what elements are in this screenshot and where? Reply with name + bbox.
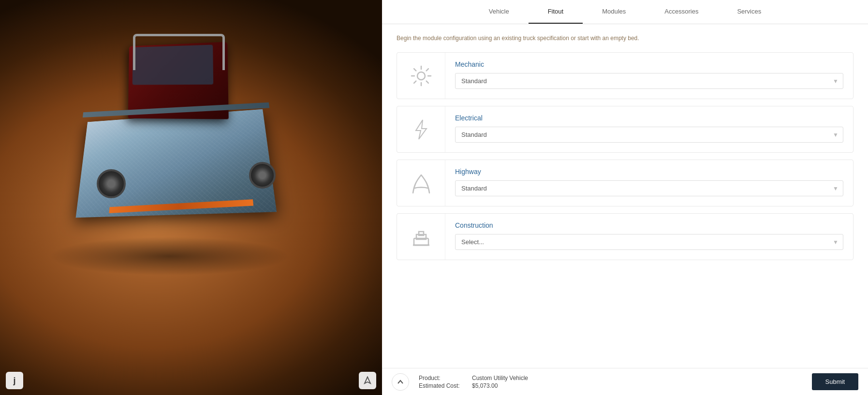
electrical-details: Electrical Standard Premium None ▼	[445, 106, 853, 152]
electrical-card: Electrical Standard Premium None ▼	[397, 106, 853, 153]
highway-select-wrapper: Standard Premium None ▼	[455, 180, 843, 196]
construction-icon	[408, 223, 434, 250]
construction-icon-wrap	[397, 214, 445, 260]
highway-icon	[408, 170, 434, 196]
brand-icon[interactable]: j	[6, 372, 23, 389]
product-value: Custom Utility Vehicle	[472, 375, 528, 381]
bottom-bar: Product: Custom Utility Vehicle Estimate…	[382, 368, 868, 395]
submit-button[interactable]: Submit	[812, 373, 858, 390]
nav-tabs: Vehicle Fitout Modules Accessories Servi…	[382, 0, 868, 24]
wheel-right	[249, 162, 276, 189]
construction-card: Construction Select... Standard Premium …	[397, 213, 853, 260]
mechanic-icon-wrap	[397, 53, 445, 99]
construction-name: Construction	[455, 221, 843, 229]
svg-point-0	[417, 72, 425, 80]
highway-name: Highway	[455, 168, 843, 176]
svg-rect-4	[419, 232, 424, 235]
mechanic-name: Mechanic	[455, 60, 843, 68]
product-row: Product: Custom Utility Vehicle	[419, 375, 528, 381]
mechanic-card: Mechanic Standard Premium None ▼	[397, 52, 853, 99]
tab-services[interactable]: Services	[718, 0, 780, 24]
navigate-icon[interactable]	[359, 372, 376, 389]
right-panel: Vehicle Fitout Modules Accessories Servi…	[382, 0, 868, 395]
scroll-up-button[interactable]	[392, 373, 409, 391]
cost-value: $5,073.00	[472, 382, 498, 389]
construction-details: Construction Select... Standard Premium …	[445, 214, 853, 260]
electrical-icon	[408, 116, 434, 143]
arrow-icon	[363, 376, 372, 385]
chevron-up-icon	[397, 379, 404, 385]
cost-label: Estimated Cost:	[419, 382, 472, 389]
tab-vehicle[interactable]: Vehicle	[470, 0, 529, 24]
cost-row: Estimated Cost: $5,073.00	[419, 382, 528, 389]
vehicle-preview-panel: j	[0, 0, 382, 395]
construction-select[interactable]: Select... Standard Premium None	[455, 234, 843, 250]
electrical-icon-wrap	[397, 106, 445, 152]
product-label: Product:	[419, 375, 472, 381]
wheel-left	[97, 169, 126, 198]
truck-shadow	[48, 237, 290, 276]
electrical-name: Electrical	[455, 114, 843, 122]
svg-marker-1	[416, 120, 427, 139]
mechanic-select-wrapper: Standard Premium None ▼	[455, 73, 843, 89]
construction-select-wrapper: Select... Standard Premium None ▼	[455, 234, 843, 250]
highway-icon-wrap	[397, 160, 445, 206]
mechanic-details: Mechanic Standard Premium None ▼	[445, 53, 853, 99]
tab-fitout[interactable]: Fitout	[529, 0, 583, 24]
product-info: Product: Custom Utility Vehicle Estimate…	[419, 375, 528, 389]
truck-visualization	[87, 29, 290, 213]
tab-modules[interactable]: Modules	[583, 0, 645, 24]
content-area: Begin the module configuration using an …	[382, 24, 868, 368]
highway-select[interactable]: Standard Premium None	[455, 180, 843, 196]
tab-accessories[interactable]: Accessories	[645, 0, 718, 24]
description-text: Begin the module configuration using an …	[397, 34, 853, 43]
mechanic-select[interactable]: Standard Premium None	[455, 73, 843, 89]
mechanic-icon	[408, 62, 434, 89]
highway-card: Highway Standard Premium None ▼	[397, 160, 853, 206]
electrical-select[interactable]: Standard Premium None	[455, 127, 843, 143]
highway-details: Highway Standard Premium None ▼	[445, 160, 853, 206]
electrical-select-wrapper: Standard Premium None ▼	[455, 127, 843, 143]
